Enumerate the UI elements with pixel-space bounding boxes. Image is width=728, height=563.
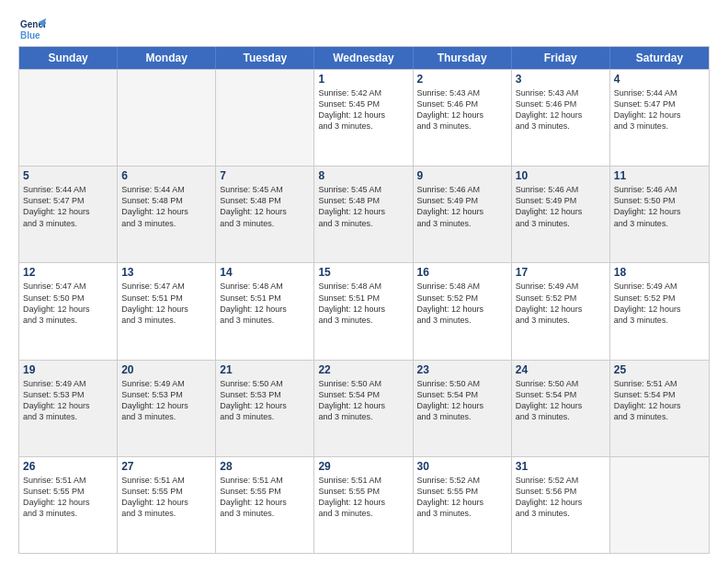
cal-cell-2-6: 10Sunrise: 5:46 AM Sunset: 5:49 PM Dayli… <box>512 167 610 262</box>
day-header-wednesday: Wednesday <box>314 47 413 69</box>
cal-row-4: 19Sunrise: 5:49 AM Sunset: 5:53 PM Dayli… <box>19 360 709 456</box>
calendar: SundayMondayTuesdayWednesdayThursdayFrid… <box>18 46 710 554</box>
cell-info: Sunrise: 5:43 AM Sunset: 5:46 PM Dayligh… <box>516 87 606 132</box>
day-number: 22 <box>318 363 408 376</box>
day-number: 24 <box>516 363 606 376</box>
cell-info: Sunrise: 5:50 AM Sunset: 5:53 PM Dayligh… <box>220 378 310 423</box>
cell-info: Sunrise: 5:42 AM Sunset: 5:45 PM Dayligh… <box>318 87 408 132</box>
cal-cell-3-2: 13Sunrise: 5:47 AM Sunset: 5:51 PM Dayli… <box>118 263 216 359</box>
cal-cell-5-1: 26Sunrise: 5:51 AM Sunset: 5:55 PM Dayli… <box>19 457 118 553</box>
cell-info: Sunrise: 5:50 AM Sunset: 5:54 PM Dayligh… <box>417 378 507 423</box>
day-header-saturday: Saturday <box>610 47 709 69</box>
day-number: 14 <box>220 266 310 279</box>
day-number: 2 <box>417 73 507 86</box>
day-header-sunday: Sunday <box>19 47 118 69</box>
cal-row-3: 12Sunrise: 5:47 AM Sunset: 5:50 PM Dayli… <box>19 262 709 359</box>
cal-cell-4-5: 23Sunrise: 5:50 AM Sunset: 5:54 PM Dayli… <box>414 361 512 456</box>
cal-cell-2-4: 8Sunrise: 5:45 AM Sunset: 5:48 PM Daylig… <box>314 167 413 262</box>
cal-cell-4-1: 19Sunrise: 5:49 AM Sunset: 5:53 PM Dayli… <box>19 361 118 456</box>
cal-cell-2-7: 11Sunrise: 5:46 AM Sunset: 5:50 PM Dayli… <box>610 167 709 262</box>
cell-info: Sunrise: 5:45 AM Sunset: 5:48 PM Dayligh… <box>220 184 310 229</box>
day-number: 7 <box>220 169 310 182</box>
day-number: 8 <box>318 169 408 182</box>
svg-text:Blue: Blue <box>20 30 40 40</box>
day-number: 31 <box>516 460 606 473</box>
day-number: 20 <box>121 363 211 376</box>
cell-info: Sunrise: 5:46 AM Sunset: 5:49 PM Dayligh… <box>417 184 507 229</box>
cal-cell-4-3: 21Sunrise: 5:50 AM Sunset: 5:53 PM Dayli… <box>216 361 314 456</box>
day-number: 5 <box>23 169 113 182</box>
cell-info: Sunrise: 5:43 AM Sunset: 5:46 PM Dayligh… <box>417 87 507 132</box>
cell-info: Sunrise: 5:50 AM Sunset: 5:54 PM Dayligh… <box>516 378 606 423</box>
cell-info: Sunrise: 5:46 AM Sunset: 5:49 PM Dayligh… <box>516 184 606 229</box>
day-number: 9 <box>417 169 507 182</box>
cal-cell-3-6: 17Sunrise: 5:49 AM Sunset: 5:52 PM Dayli… <box>512 263 610 359</box>
cell-info: Sunrise: 5:51 AM Sunset: 5:55 PM Dayligh… <box>121 475 211 520</box>
cal-cell-5-3: 28Sunrise: 5:51 AM Sunset: 5:55 PM Dayli… <box>216 457 314 553</box>
day-number: 11 <box>614 169 705 182</box>
day-number: 13 <box>121 266 211 279</box>
day-number: 29 <box>318 460 408 473</box>
cal-cell-5-5: 30Sunrise: 5:52 AM Sunset: 5:55 PM Dayli… <box>414 457 512 553</box>
cal-cell-1-3 <box>216 70 314 166</box>
cell-info: Sunrise: 5:48 AM Sunset: 5:51 PM Dayligh… <box>220 281 310 326</box>
cal-cell-5-6: 31Sunrise: 5:52 AM Sunset: 5:56 PM Dayli… <box>512 457 610 553</box>
cell-info: Sunrise: 5:48 AM Sunset: 5:51 PM Dayligh… <box>318 281 408 326</box>
cal-cell-2-3: 7Sunrise: 5:45 AM Sunset: 5:48 PM Daylig… <box>216 167 314 262</box>
day-number: 12 <box>23 266 113 279</box>
cell-info: Sunrise: 5:47 AM Sunset: 5:51 PM Dayligh… <box>121 281 211 326</box>
cell-info: Sunrise: 5:44 AM Sunset: 5:47 PM Dayligh… <box>614 87 705 132</box>
cell-info: Sunrise: 5:48 AM Sunset: 5:52 PM Dayligh… <box>417 281 507 326</box>
day-number: 26 <box>23 460 113 473</box>
day-number: 23 <box>417 363 507 376</box>
cell-info: Sunrise: 5:44 AM Sunset: 5:48 PM Dayligh… <box>121 184 211 229</box>
cell-info: Sunrise: 5:45 AM Sunset: 5:48 PM Dayligh… <box>318 184 408 229</box>
cal-row-1: 1Sunrise: 5:42 AM Sunset: 5:45 PM Daylig… <box>19 69 709 166</box>
day-number: 16 <box>417 266 507 279</box>
calendar-body: 1Sunrise: 5:42 AM Sunset: 5:45 PM Daylig… <box>19 69 709 553</box>
cal-cell-4-7: 25Sunrise: 5:51 AM Sunset: 5:54 PM Dayli… <box>610 361 709 456</box>
day-header-monday: Monday <box>118 47 216 69</box>
cell-info: Sunrise: 5:44 AM Sunset: 5:47 PM Dayligh… <box>23 184 113 229</box>
cal-cell-3-3: 14Sunrise: 5:48 AM Sunset: 5:51 PM Dayli… <box>216 263 314 359</box>
day-number: 15 <box>318 266 408 279</box>
cal-cell-4-2: 20Sunrise: 5:49 AM Sunset: 5:53 PM Dayli… <box>118 361 216 456</box>
day-header-friday: Friday <box>512 47 610 69</box>
day-number: 27 <box>121 460 211 473</box>
day-number: 25 <box>614 363 705 376</box>
cell-info: Sunrise: 5:50 AM Sunset: 5:54 PM Dayligh… <box>318 378 408 423</box>
cell-info: Sunrise: 5:51 AM Sunset: 5:55 PM Dayligh… <box>318 475 408 520</box>
cal-cell-5-4: 29Sunrise: 5:51 AM Sunset: 5:55 PM Dayli… <box>314 457 413 553</box>
cal-cell-3-5: 16Sunrise: 5:48 AM Sunset: 5:52 PM Dayli… <box>414 263 512 359</box>
cal-cell-5-2: 27Sunrise: 5:51 AM Sunset: 5:55 PM Dayli… <box>118 457 216 553</box>
day-number: 21 <box>220 363 310 376</box>
cal-cell-1-5: 2Sunrise: 5:43 AM Sunset: 5:46 PM Daylig… <box>414 70 512 166</box>
cell-info: Sunrise: 5:49 AM Sunset: 5:53 PM Dayligh… <box>23 378 113 423</box>
cell-info: Sunrise: 5:52 AM Sunset: 5:55 PM Dayligh… <box>417 475 507 520</box>
cal-cell-5-7 <box>610 457 709 553</box>
cell-info: Sunrise: 5:52 AM Sunset: 5:56 PM Dayligh… <box>516 475 606 520</box>
day-number: 18 <box>614 266 705 279</box>
cal-row-2: 5Sunrise: 5:44 AM Sunset: 5:47 PM Daylig… <box>19 166 709 262</box>
cell-info: Sunrise: 5:49 AM Sunset: 5:53 PM Dayligh… <box>121 378 211 423</box>
day-number: 1 <box>318 73 408 86</box>
day-number: 10 <box>516 169 606 182</box>
cal-cell-2-1: 5Sunrise: 5:44 AM Sunset: 5:47 PM Daylig… <box>19 167 118 262</box>
cell-info: Sunrise: 5:51 AM Sunset: 5:54 PM Dayligh… <box>614 378 705 423</box>
cal-cell-1-2 <box>118 70 216 166</box>
cal-cell-1-4: 1Sunrise: 5:42 AM Sunset: 5:45 PM Daylig… <box>314 70 413 166</box>
header: General Blue <box>18 15 710 42</box>
day-number: 6 <box>121 169 211 182</box>
day-number: 28 <box>220 460 310 473</box>
cell-info: Sunrise: 5:49 AM Sunset: 5:52 PM Dayligh… <box>614 281 705 326</box>
day-header-tuesday: Tuesday <box>216 47 314 69</box>
day-number: 17 <box>516 266 606 279</box>
cal-cell-3-1: 12Sunrise: 5:47 AM Sunset: 5:50 PM Dayli… <box>19 263 118 359</box>
page: General Blue SundayMondayTuesdayWednesda… <box>0 0 728 563</box>
cal-cell-4-6: 24Sunrise: 5:50 AM Sunset: 5:54 PM Dayli… <box>512 361 610 456</box>
cal-cell-1-1 <box>19 70 118 166</box>
calendar-header: SundayMondayTuesdayWednesdayThursdayFrid… <box>19 47 709 69</box>
cell-info: Sunrise: 5:49 AM Sunset: 5:52 PM Dayligh… <box>516 281 606 326</box>
cell-info: Sunrise: 5:51 AM Sunset: 5:55 PM Dayligh… <box>23 475 113 520</box>
cal-cell-1-6: 3Sunrise: 5:43 AM Sunset: 5:46 PM Daylig… <box>512 70 610 166</box>
